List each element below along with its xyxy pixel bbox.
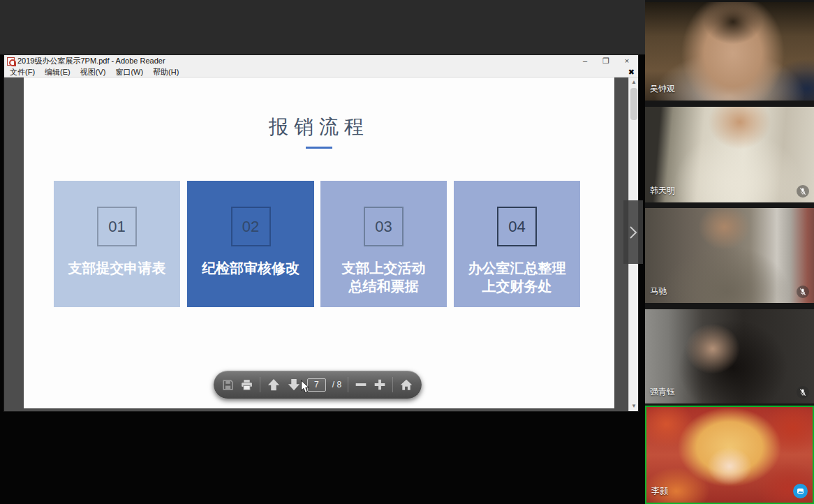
share-background bbox=[0, 0, 645, 54]
participant-tile-1[interactable]: 吴钟观 bbox=[645, 2, 814, 101]
window-titlebar: 2019级办公室展示7PM.pdf - Adobe Reader bbox=[4, 55, 638, 67]
page-title: 报销流程 bbox=[24, 114, 614, 140]
print-icon[interactable] bbox=[240, 379, 253, 391]
minimize-button[interactable]: – bbox=[579, 55, 591, 67]
menu-window[interactable]: 窗口(W) bbox=[115, 67, 143, 77]
mouse-cursor bbox=[300, 380, 311, 397]
participant-video bbox=[645, 208, 814, 303]
page-up-icon[interactable] bbox=[267, 378, 281, 392]
step-number-box: 04 bbox=[497, 207, 537, 246]
participant-name: 马驰 bbox=[650, 286, 667, 297]
page-down-icon[interactable] bbox=[287, 378, 301, 392]
title-underline bbox=[306, 147, 332, 149]
participants-sidebar: 吴钟观 韩天明 马驰 强青钰 李颢 bbox=[645, 0, 814, 504]
home-icon[interactable] bbox=[399, 378, 413, 392]
sidebar-collapse-button[interactable] bbox=[623, 200, 643, 264]
zoom-in-icon[interactable] bbox=[373, 378, 386, 391]
step-label: 纪检部审核修改 bbox=[187, 259, 314, 277]
restore-button[interactable]: ❐ bbox=[600, 55, 612, 67]
participant-tile-3[interactable]: 马驰 bbox=[645, 208, 814, 303]
participant-name: 吴钟观 bbox=[650, 83, 675, 95]
participant-name: 韩天明 bbox=[650, 185, 675, 197]
participant-tile-2[interactable]: 韩天明 bbox=[645, 107, 814, 202]
save-icon[interactable] bbox=[222, 379, 234, 391]
document-area: 报销流程 01 支部提交申请表 02 纪检部审核修改 03 bbox=[4, 77, 638, 411]
menu-edit[interactable]: 编辑(E) bbox=[45, 67, 71, 77]
step-card-1: 01 支部提交申请表 bbox=[54, 181, 180, 307]
mic-muted-icon bbox=[797, 185, 809, 198]
mic-muted-icon bbox=[797, 386, 809, 399]
menu-file[interactable]: 文件(F) bbox=[10, 67, 35, 77]
scroll-up-icon[interactable]: ▲ bbox=[629, 77, 638, 87]
mic-muted-icon bbox=[797, 286, 809, 298]
close-button[interactable]: × bbox=[621, 55, 632, 67]
step-number-box: 02 bbox=[231, 207, 271, 246]
step-number-box: 03 bbox=[364, 207, 404, 246]
reader-toolbar: / 8 bbox=[214, 371, 422, 399]
screen-share-area: 2019级办公室展示7PM.pdf - Adobe Reader – ❐ × 文… bbox=[0, 0, 645, 504]
scroll-down-icon[interactable]: ▼ bbox=[629, 401, 638, 411]
step-number-box: 01 bbox=[97, 207, 137, 246]
step-card-3: 03 支部上交活动 总结和票据 bbox=[320, 181, 447, 307]
participant-avatar-image bbox=[646, 407, 813, 503]
participant-name: 强青钰 bbox=[650, 386, 675, 398]
window-controls: – ❐ × bbox=[579, 55, 637, 67]
menu-help[interactable]: 帮助(H) bbox=[153, 67, 179, 77]
participant-tile-5-active-speaker[interactable]: 李颢 bbox=[645, 406, 814, 504]
scrollbar-thumb[interactable] bbox=[630, 88, 637, 120]
process-steps: 01 支部提交申请表 02 纪检部审核修改 03 支部上交活动 总结和票据 bbox=[24, 181, 614, 308]
menu-view[interactable]: 视图(V) bbox=[80, 67, 106, 77]
toolbar-divider bbox=[392, 377, 393, 392]
window-title: 2019级办公室展示7PM.pdf - Adobe Reader bbox=[17, 56, 165, 66]
step-label: 支部提交申请表 bbox=[54, 259, 180, 277]
zoom-out-icon[interactable] bbox=[355, 378, 367, 391]
page-total-label: / 8 bbox=[332, 380, 341, 390]
pdf-page: 报销流程 01 支部提交申请表 02 纪检部审核修改 03 bbox=[24, 77, 614, 408]
chevron-right-icon bbox=[628, 225, 638, 240]
participant-name: 李颢 bbox=[651, 485, 668, 497]
step-card-2: 02 纪检部审核修改 bbox=[187, 181, 314, 307]
document-close-icon[interactable]: ✖ bbox=[628, 67, 635, 77]
meeting-app: 2019级办公室展示7PM.pdf - Adobe Reader – ❐ × 文… bbox=[0, 0, 814, 504]
toolbar-divider bbox=[348, 377, 348, 392]
avatar-photo-badge-icon bbox=[793, 484, 808, 498]
menubar: 文件(F) 编辑(E) 视图(V) 窗口(W) 帮助(H) bbox=[4, 67, 638, 77]
step-label: 支部上交活动 总结和票据 bbox=[320, 259, 447, 295]
step-label: 办公室汇总整理 上交财务处 bbox=[454, 259, 580, 295]
pdf-file-icon bbox=[7, 57, 15, 66]
participant-tile-4[interactable]: 强青钰 bbox=[645, 309, 814, 403]
toolbar-divider bbox=[260, 377, 260, 392]
step-card-4: 04 办公室汇总整理 上交财务处 bbox=[454, 181, 580, 307]
adobe-reader-window: 2019级办公室展示7PM.pdf - Adobe Reader – ❐ × 文… bbox=[3, 54, 639, 412]
